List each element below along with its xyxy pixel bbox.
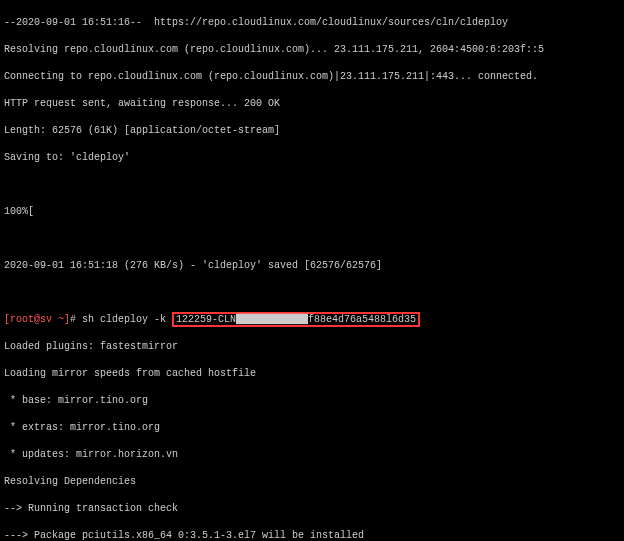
pkg-install-line: ---> Package pciutils.x86_64 0:3.5.1-3.e… <box>4 529 620 542</box>
length-line: Length: 62576 (61K) [application/octet-s… <box>4 124 620 138</box>
prompt-hash: # <box>70 314 82 325</box>
mirror-base: * base: mirror.tino.org <box>4 394 620 408</box>
mirror-updates: * updates: mirror.horizon.vn <box>4 448 620 462</box>
wget-line: --2020-09-01 16:51:16-- https://repo.clo… <box>4 16 620 30</box>
blank <box>4 232 620 246</box>
blank <box>4 178 620 192</box>
connect-line: Connecting to repo.cloudlinux.com (repo.… <box>4 70 620 84</box>
resolve-line: Resolving repo.cloudlinux.com (repo.clou… <box>4 43 620 57</box>
mirror-extras: * extras: mirror.tino.org <box>4 421 620 435</box>
prompt-userhost: [root@sv ~] <box>4 314 70 325</box>
resolve-deps: Resolving Dependencies <box>4 475 620 489</box>
blank <box>4 286 620 300</box>
plugins-line: Loaded plugins: fastestmirror <box>4 340 620 354</box>
mirror-line: Loading mirror speeds from cached hostfi… <box>4 367 620 381</box>
terminal-output: --2020-09-01 16:51:16-- https://repo.clo… <box>0 0 624 541</box>
saving-line: Saving to: 'cldeploy' <box>4 151 620 165</box>
prompt-cmd: sh cldeploy -k <box>82 314 172 325</box>
progress-line: 100%[ <box>4 205 620 219</box>
saved-line: 2020-09-01 16:51:18 (276 KB/s) - 'cldepl… <box>4 259 620 273</box>
prompt-line[interactable]: [root@sv ~]# sh cldeploy -k 122259-CLN██… <box>4 313 620 327</box>
license-key-highlight: 122259-CLN████████████f88e4d76a5488l6d35 <box>172 312 420 327</box>
http-line: HTTP request sent, awaiting response... … <box>4 97 620 111</box>
trans-check: --> Running transaction check <box>4 502 620 516</box>
